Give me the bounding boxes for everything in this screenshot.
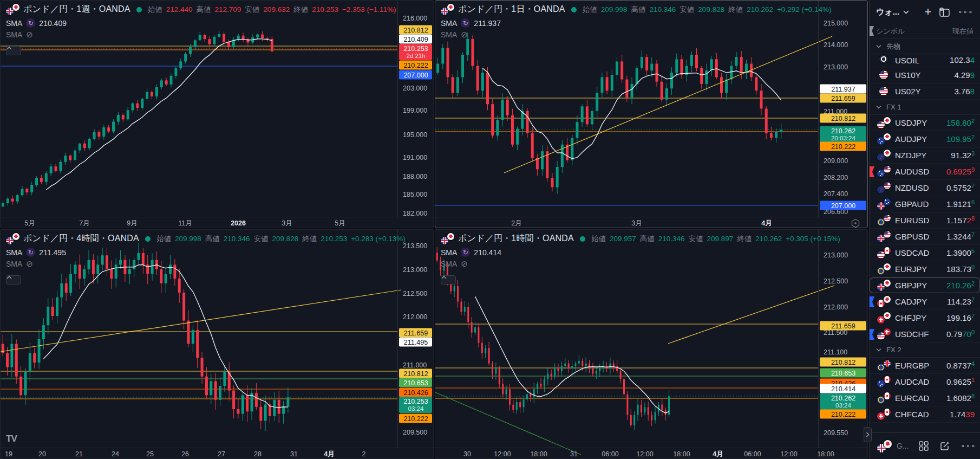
watchlist-row-EURCAD[interactable]: EURCAD1.60828 <box>870 390 980 406</box>
price-segment: 1.6082 <box>946 393 971 403</box>
watchlist-row-CADJPY[interactable]: CADJPY114.237 <box>870 294 980 310</box>
price-label-chip: 211.659 <box>820 321 866 331</box>
symbol-name: CADJPY <box>895 297 927 306</box>
svg-text:210.414: 210.414 <box>831 385 855 393</box>
svg-text:210.222: 210.222 <box>403 62 428 69</box>
watchlist-row-GBPJPY[interactable]: GBPJPY210.262 <box>870 277 980 294</box>
column-symbol[interactable]: シンボル <box>876 27 905 36</box>
price-segment: 7 <box>971 297 975 303</box>
svg-text:210.222: 210.222 <box>831 411 855 418</box>
time-tick: 20 <box>38 450 46 458</box>
watchlist-section-FX 2[interactable]: FX 2 <box>870 342 980 358</box>
candlesticks <box>436 247 670 430</box>
chart-panel-1[interactable]: 215.000214.000213.000211.000209.000208.2… <box>435 0 868 228</box>
time-tick: 4月 <box>713 450 723 458</box>
price-tick: 213.000 <box>824 251 848 259</box>
watchlist-row-AUDJPY[interactable]: AUDJPY109.952 <box>870 131 980 147</box>
svg-text:210.262: 210.262 <box>831 127 855 135</box>
watchlist-section-先物[interactable]: 先物 <box>870 39 980 54</box>
watchlist-row-AUDCAD[interactable]: AUDCAD0.96251 <box>870 374 980 390</box>
price-tick: 211.000 <box>403 361 427 369</box>
watchlist-row-EURGBP[interactable]: EURGBP0.87374 <box>870 358 980 374</box>
price-tick: 209.500 <box>403 429 427 436</box>
chart-canvas[interactable]: 213.000212.500212.000211.500211.100209.5… <box>435 230 868 459</box>
last-price: 0.69259 <box>946 167 975 177</box>
trendline[interactable] <box>668 286 834 344</box>
flag-marker-icon[interactable] <box>870 296 874 307</box>
price-segment: 109.95 <box>946 134 971 144</box>
svg-text:207.000: 207.000 <box>831 202 855 210</box>
chart-panel-0[interactable]: 216.000203.000199.000195.000191.000188.0… <box>0 0 434 228</box>
price-label-chip: 210.653 <box>820 369 866 378</box>
flag-marker-icon[interactable] <box>870 166 874 177</box>
edit-note-icon[interactable] <box>940 441 950 451</box>
price-label-chip: 211.495 <box>399 338 432 347</box>
watchlist-row-USOIL[interactable]: USOIL102.34 <box>870 54 980 67</box>
chart-canvas[interactable]: 215.000214.000213.000211.000209.000208.2… <box>435 1 868 229</box>
chevron-down-icon[interactable] <box>903 10 909 14</box>
last-price: 158.802 <box>946 118 975 128</box>
watchlist-row-USDJPY[interactable]: USDJPY158.802 <box>870 115 980 131</box>
watchlist-row-CHFCAD[interactable]: CHFCAD1.7439 <box>870 406 980 423</box>
watchlist-row-NZDUSD[interactable]: NZDUSD0.57527 <box>870 180 980 196</box>
watchlist-row-US10Y[interactable]: US10Y4.299 <box>870 67 980 83</box>
layout-grid-icon[interactable] <box>939 8 950 17</box>
svg-text:211.937: 211.937 <box>831 86 855 93</box>
legend-collapse-button[interactable] <box>441 275 456 285</box>
last-price: 114.237 <box>947 297 975 307</box>
watchlist-row-EURUSD[interactable]: EURUSD1.15728 <box>870 212 980 229</box>
price-segment: 7 <box>971 313 975 319</box>
chart-canvas[interactable]: 216.000203.000199.000195.000191.000188.0… <box>1 1 434 229</box>
tradingview-logo[interactable]: TV <box>6 434 17 444</box>
time-tick: 21 <box>75 450 83 458</box>
watchlist-section-FX 1[interactable]: FX 1 <box>870 100 980 115</box>
watchlist-row-EURJPY[interactable]: EURJPY183.730 <box>870 261 980 277</box>
gbpjpy-pair-flag-icon[interactable] <box>877 440 892 452</box>
price-tick: 209.550 <box>824 429 848 437</box>
svg-text:210.653: 210.653 <box>831 370 855 377</box>
svg-text:210.653: 210.653 <box>403 379 428 387</box>
legend-collapse-button[interactable] <box>6 275 21 285</box>
watchlist-row-GBPUSD[interactable]: GBPUSD1.32447 <box>870 229 980 245</box>
watchlist-row-USDCHF[interactable]: USDCHF0.79700 <box>870 326 980 342</box>
chart-canvas[interactable]: 213.500213.000212.500212.000211.000209.5… <box>1 230 434 459</box>
flag-marker-icon[interactable] <box>870 329 874 340</box>
price-segment: 1 <box>971 377 975 383</box>
price-segment: 102.3 <box>950 55 970 65</box>
price-label-chip: 210.426 <box>399 388 432 397</box>
time-tick: 12:00 <box>494 450 511 458</box>
price-tick: 191.000 <box>403 154 427 161</box>
footer-symbol-label[interactable]: G... <box>897 442 909 450</box>
price-segment: 4 <box>971 361 975 367</box>
details-grid-icon[interactable] <box>919 441 929 451</box>
trendline[interactable] <box>435 392 581 455</box>
watchlist-row-NZDJPY[interactable]: NZDJPY91.323 <box>870 147 980 164</box>
price-segment: 114.23 <box>947 297 971 307</box>
add-symbol-icon[interactable]: + <box>925 5 932 19</box>
watchlist-row-USDCAD[interactable]: USDCAD1.39005 <box>870 245 980 261</box>
gbpusd-flag-icon <box>877 231 891 242</box>
price-label-chip: 211.659 <box>820 94 866 103</box>
candlesticks <box>2 31 273 208</box>
trendline[interactable] <box>1 290 401 352</box>
last-price: 210.262 <box>946 281 975 290</box>
more-options-icon[interactable]: ∘∘∘ <box>958 8 974 16</box>
price-segment: 2 <box>971 134 975 140</box>
column-last-price[interactable]: 現在値 <box>952 27 974 36</box>
watchlist-title[interactable]: ウォ... <box>876 7 899 17</box>
panel-collapse-handle[interactable] <box>864 427 872 442</box>
chart-panel-2[interactable]: 213.500213.000212.500212.000211.000209.5… <box>0 229 434 459</box>
price-segment: 7 <box>971 232 975 238</box>
watchlist-row-US02Y[interactable]: US02Y3.768 <box>870 83 980 100</box>
last-price: 1.7439 <box>950 410 975 419</box>
trendline[interactable] <box>504 36 832 173</box>
watchlist-row-GBPAUD[interactable]: GBPAUD1.91216 <box>870 196 980 212</box>
time-tick: 25 <box>146 450 154 458</box>
chart-panel-3[interactable]: 213.000212.500212.000211.500211.100209.5… <box>435 229 868 459</box>
audusd-flag-icon <box>877 166 891 177</box>
watchlist-row-CHFJPY[interactable]: CHFJPY199.167 <box>870 310 980 326</box>
watchlist-row-AUDUSD[interactable]: AUDUSD0.69259 <box>870 164 980 180</box>
footer-more-icon[interactable]: ∘∘∘ <box>961 442 977 450</box>
legend-collapse-button[interactable] <box>6 46 21 55</box>
price-segment: 0.8737 <box>946 361 971 371</box>
